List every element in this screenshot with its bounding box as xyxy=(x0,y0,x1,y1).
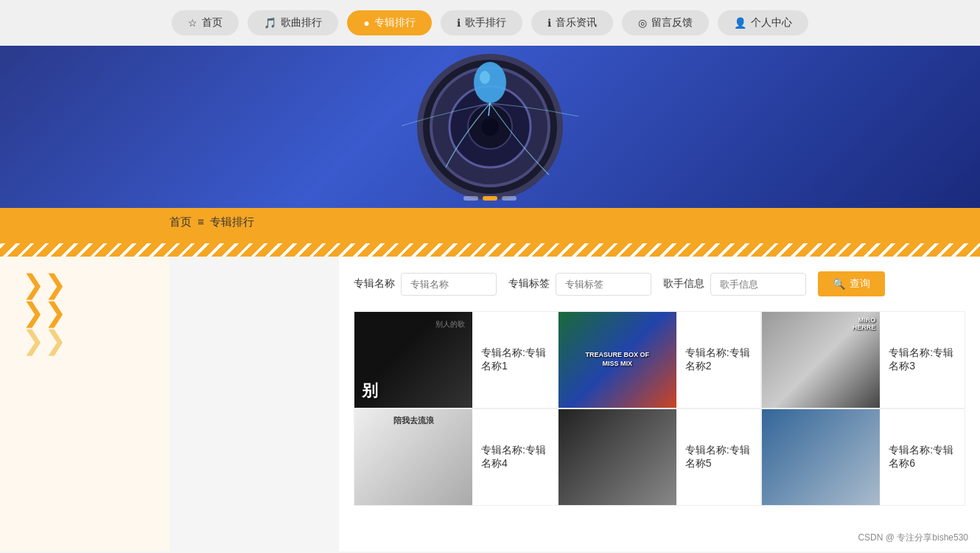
navigation: ☆首页🎵歌曲排行●专辑排行ℹ歌手排行ℹ音乐资讯◎留言反馈👤个人中心 xyxy=(0,0,980,46)
arrow-row-3: ❯❯ xyxy=(22,327,147,354)
album-cover: 陪我去流浪 xyxy=(354,409,472,505)
nav-icon: ℹ xyxy=(547,17,551,29)
arrow-icon: ❯❯ xyxy=(22,299,66,326)
nav-item-news[interactable]: ℹ音乐资讯 xyxy=(531,10,613,35)
nav-label: 个人中心 xyxy=(751,16,792,29)
search-button[interactable]: 🔍 查询 xyxy=(818,271,885,296)
nav-item-home[interactable]: ☆首页 xyxy=(172,10,239,35)
nav-icon: ℹ xyxy=(457,17,461,29)
album-card[interactable]: 陪我去流浪 专辑名称:专辑名称4 xyxy=(354,408,558,506)
album-card[interactable]: TREASURE BOX OFMISS MIX 专辑名称:专辑名称2 xyxy=(558,311,762,408)
nav-icon: ◎ xyxy=(638,17,647,29)
banner xyxy=(0,46,980,208)
svg-point-6 xyxy=(480,71,490,84)
album-info: 专辑名称:专辑名称4 xyxy=(472,437,557,478)
album-info: 专辑名称:专辑名称5 xyxy=(676,437,761,478)
svg-point-5 xyxy=(474,62,506,103)
nav-label: 首页 xyxy=(202,16,223,29)
nav-item-songs[interactable]: 🎵歌曲排行 xyxy=(248,10,338,35)
singer-info-input[interactable] xyxy=(710,273,806,296)
singer-info-label: 歌手信息 xyxy=(663,277,704,291)
album-grid: 别 别人的歌 专辑名称:专辑名称1 TREASURE BOX OFMISS MI… xyxy=(354,311,965,506)
album-cover: 别 别人的歌 xyxy=(354,312,472,408)
nav-item-profile[interactable]: 👤个人中心 xyxy=(718,10,808,35)
stripe-decoration xyxy=(0,243,980,257)
content-area: ❯❯ ❯❯ ❯❯ 专辑名称 专辑标签 xyxy=(0,257,980,552)
nav-label: 歌手排行 xyxy=(465,16,506,29)
nav-icon: ☆ xyxy=(188,17,197,29)
album-card[interactable]: MIROHERRE 专辑名称:专辑名称3 xyxy=(761,311,965,408)
arrows-container: ❯❯ ❯❯ ❯❯ xyxy=(0,257,169,369)
nav-icon: ● xyxy=(363,17,369,29)
page-wrapper: 首页 ≡ 专辑排行 ❯❯ ❯❯ ❯❯ xyxy=(0,208,980,552)
search-group-singer: 歌手信息 xyxy=(663,273,806,296)
nav-icon: 🎵 xyxy=(264,17,276,29)
album-card[interactable]: 专辑名称:专辑名称6 xyxy=(761,408,965,506)
album-info: 专辑名称:专辑名称1 xyxy=(472,339,557,380)
nav-item-singers[interactable]: ℹ歌手排行 xyxy=(441,10,522,35)
banner-speaker-svg xyxy=(402,49,578,204)
search-group-album-name: 专辑名称 xyxy=(354,273,497,296)
arrow-row-2: ❯❯ xyxy=(22,299,147,326)
nav-label: 歌曲排行 xyxy=(281,16,322,29)
album-cover xyxy=(762,409,880,505)
album-tag-input[interactable] xyxy=(556,273,651,296)
album-info: 专辑名称:专辑名称2 xyxy=(676,339,761,380)
breadcrumb: 首页 ≡ 专辑排行 xyxy=(169,215,254,228)
left-decoration: ❯❯ ❯❯ ❯❯ xyxy=(0,257,169,552)
banner-dots xyxy=(463,196,517,201)
search-bar: 专辑名称 专辑标签 歌手信息 🔍 查询 xyxy=(354,271,965,296)
album-card[interactable]: 别 别人的歌 专辑名称:专辑名称1 xyxy=(354,311,558,408)
album-info: 专辑名称:专辑名称3 xyxy=(880,339,965,380)
nav-label: 专辑排行 xyxy=(374,16,416,29)
album-cover xyxy=(559,409,676,505)
album-cover: MIROHERRE xyxy=(762,312,880,408)
album-name-label: 专辑名称 xyxy=(354,277,395,291)
arrow-icon: ❯❯ xyxy=(22,271,66,298)
album-card[interactable]: 专辑名称:专辑名称5 xyxy=(558,408,762,506)
banner-dot-0[interactable] xyxy=(463,196,478,201)
search-icon: 🔍 xyxy=(833,278,845,290)
nav-label: 音乐资讯 xyxy=(556,16,597,29)
nav-label: 留言反馈 xyxy=(651,16,693,29)
breadcrumb-bar: 首页 ≡ 专辑排行 xyxy=(0,208,980,243)
arrow-icon: ❯❯ xyxy=(22,327,66,354)
search-group-album-tag: 专辑标签 xyxy=(508,273,651,296)
album-info: 专辑名称:专辑名称6 xyxy=(880,437,965,478)
nav-item-albums[interactable]: ●专辑排行 xyxy=(347,10,431,35)
svg-point-4 xyxy=(481,118,499,136)
album-name-input[interactable] xyxy=(401,273,497,296)
banner-dot-1[interactable] xyxy=(483,196,497,201)
main-content: 专辑名称 专辑标签 歌手信息 🔍 查询 别 xyxy=(339,257,980,552)
watermark: CSDN @ 专注分享bishe530 xyxy=(853,530,973,546)
arrow-row-1: ❯❯ xyxy=(22,271,147,298)
album-tag-label: 专辑标签 xyxy=(508,277,550,291)
banner-dot-2[interactable] xyxy=(502,196,517,201)
nav-item-feedback[interactable]: ◎留言反馈 xyxy=(622,10,709,35)
nav-icon: 👤 xyxy=(734,17,746,29)
album-cover: TREASURE BOX OFMISS MIX xyxy=(559,312,676,408)
